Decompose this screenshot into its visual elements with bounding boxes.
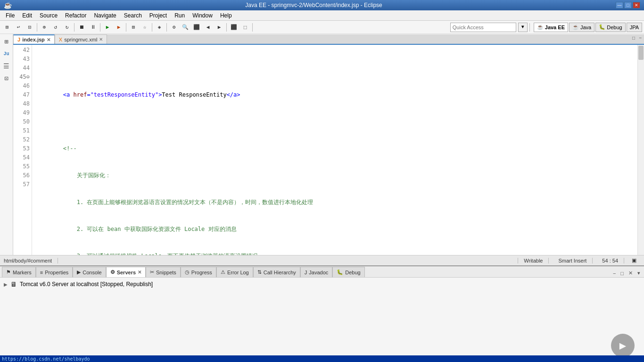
menu-navigate[interactable]: Navigate	[90, 11, 120, 20]
code-line-44	[36, 117, 640, 126]
perspective-javaee[interactable]: ☕ Java EE	[534, 23, 568, 32]
side-icon-2[interactable]: Ju	[1, 49, 12, 59]
toolbar-debug-btn[interactable]: ▶	[114, 22, 124, 33]
bottom-tab-errorlog[interactable]: ⚠ Error Log	[216, 267, 253, 277]
errorlog-icon: ⚠	[221, 269, 225, 275]
code-line-46: 关于国际化：	[36, 171, 640, 180]
server-item-tomcat[interactable]: ▶ 🖥 Tomcat v6.0 Server at localhost [Sto…	[4, 280, 640, 289]
bottom-tab-console[interactable]: ▶ Console	[73, 267, 106, 277]
menu-project[interactable]: Project	[146, 11, 171, 20]
snippets-label: Snippets	[156, 270, 176, 275]
tab-maximize[interactable]: □	[631, 35, 636, 41]
tab-close-springmvc-xml[interactable]: ✕	[99, 37, 103, 42]
vscroll-thumb[interactable]	[638, 46, 644, 60]
menu-source[interactable]: Source	[36, 11, 61, 20]
code-content[interactable]: <a href="testResponseEntity">Test Respon…	[32, 45, 644, 263]
bottom-panel: ⚑ Markers ≡ Properties ▶ Console ⚙ Serve…	[0, 265, 644, 362]
title-bar-title: Java EE - springmvc-2/WebContent/index.j…	[12, 2, 616, 8]
debug-icon: 🐛	[599, 24, 605, 30]
toolbar-btn-3[interactable]: ⊡	[25, 22, 35, 33]
servers-icon: ⚙	[110, 269, 115, 275]
bottom-minimize-btn[interactable]: −	[611, 270, 618, 277]
toolbar-run-btn[interactable]: ▶	[102, 22, 113, 33]
menu-edit[interactable]: Edit	[18, 11, 36, 20]
tab-index-jsp[interactable]: J index.jsp ✕	[13, 34, 55, 44]
toolbar-btn-18[interactable]: ⬚	[240, 22, 250, 33]
menu-run[interactable]: Run	[171, 11, 189, 20]
toolbar-sep-7	[226, 23, 227, 32]
toolbar-btn-16[interactable]: ▶	[214, 22, 224, 33]
menu-search[interactable]: Search	[120, 11, 146, 20]
tab-bar: J index.jsp ✕ X springmvc.xml ✕ □ −	[13, 34, 644, 45]
bottom-tab-properties[interactable]: ≡ Properties	[36, 267, 73, 277]
toolbar-btn-5[interactable]: ↺	[50, 22, 61, 33]
maximize-button[interactable]: □	[624, 2, 632, 8]
toolbar-btn-15[interactable]: ◀	[203, 22, 213, 33]
bottom-tab-snippets[interactable]: ✂ Snippets	[146, 267, 181, 277]
bottom-tab-markers[interactable]: ⚑ Markers	[2, 267, 36, 277]
properties-icon: ≡	[40, 270, 43, 275]
status-insert: Smart Insert	[553, 258, 593, 263]
toolbar-btn-10[interactable]: ☆	[140, 22, 150, 33]
tab-label-index-jsp: index.jsp	[22, 37, 45, 42]
perspective-debug[interactable]: 🐛 Debug	[595, 23, 625, 32]
toolbar-btn-4[interactable]: ⊕	[39, 22, 50, 33]
bottom-tab-callhierarchy[interactable]: ⇅ Call Hierarchy	[253, 267, 300, 277]
servers-label: Servers	[117, 270, 136, 275]
toolbar-btn-13[interactable]: 🔍	[180, 22, 190, 33]
bottom-content: ▶ 🖥 Tomcat v6.0 Server at localhost [Sto…	[0, 278, 644, 362]
javaee-label: Java EE	[545, 25, 565, 30]
toolbar-btn-9[interactable]: ⊞	[128, 22, 139, 33]
play-overlay-button[interactable]: ▶	[611, 334, 635, 357]
perspective-jpa[interactable]: JPA	[627, 23, 642, 32]
tab-springmvc-xml[interactable]: X springmvc.xml ✕	[55, 34, 107, 44]
bottom-options-btn[interactable]: ▾	[636, 269, 642, 277]
tab-minimize[interactable]: −	[637, 35, 643, 41]
toolbar-btn-12[interactable]: ⚙	[169, 22, 179, 33]
play-icon: ▶	[619, 339, 626, 353]
menu-help[interactable]: Help	[216, 11, 236, 20]
line-num-46: 46	[15, 82, 30, 90]
tab-icon-jsp: J	[17, 37, 20, 42]
toolbar-btn-2[interactable]: ↩	[13, 22, 24, 33]
side-icon-3[interactable]: ☰	[1, 61, 12, 71]
toolbar-btn-8[interactable]: ⏸	[88, 22, 98, 33]
menu-window[interactable]: Window	[189, 11, 216, 20]
toolbar-btn-7[interactable]: ⏹	[76, 22, 87, 33]
side-icon-1[interactable]: ⊞	[1, 36, 12, 47]
markers-label: Markers	[13, 270, 32, 275]
line-num-47: 47	[15, 90, 30, 99]
toolbar-btn-14[interactable]: ⬛	[191, 22, 202, 33]
bottom-tab-controls: − □ ✕ ▾	[611, 269, 644, 277]
bottom-tab-progress[interactable]: ◷ Progress	[181, 267, 216, 277]
quick-access-button[interactable]: ▼	[518, 23, 528, 32]
console-icon: ▶	[77, 269, 81, 275]
menu-refactor[interactable]: Refactor	[61, 11, 90, 20]
menu-file[interactable]: File	[2, 11, 18, 20]
line-num-42: 42	[15, 46, 30, 55]
side-icon-4[interactable]: ⊡	[1, 73, 12, 83]
toolbar-btn-6[interactable]: ↻	[62, 22, 72, 33]
bottom-maximize-btn[interactable]: □	[619, 270, 626, 277]
toolbar-sep-3	[100, 23, 100, 32]
minimize-button[interactable]: —	[616, 2, 623, 8]
title-bar: ☕ Java EE - springmvc-2/WebContent/index…	[0, 0, 644, 10]
snippets-icon: ✂	[150, 269, 154, 275]
bottom-tab-javadoc[interactable]: J Javadoc	[300, 267, 332, 277]
perspective-java[interactable]: ☕ Java	[569, 23, 594, 32]
toolbar-btn-11[interactable]: ◈	[154, 22, 165, 33]
servers-close[interactable]: ✕	[138, 270, 141, 275]
quick-access-input[interactable]	[450, 23, 516, 32]
close-button[interactable]: ✕	[633, 2, 640, 8]
bottom-close-btn[interactable]: ✕	[627, 269, 635, 277]
editor-vscroll[interactable]	[637, 45, 644, 263]
status-writable: Writable	[518, 258, 549, 263]
bottom-tab-servers[interactable]: ⚙ Servers ✕	[106, 267, 146, 277]
server-type-icon: 🖥	[10, 280, 17, 288]
server-expand-icon[interactable]: ▶	[4, 282, 8, 287]
debug-label: Debug	[345, 270, 360, 275]
toolbar-btn-1[interactable]: ⊞	[2, 22, 12, 33]
bottom-tab-debug[interactable]: 🐛 Debug	[332, 267, 364, 277]
tab-close-index-jsp[interactable]: ✕	[47, 37, 50, 42]
toolbar-btn-17[interactable]: ⬛	[229, 22, 239, 33]
